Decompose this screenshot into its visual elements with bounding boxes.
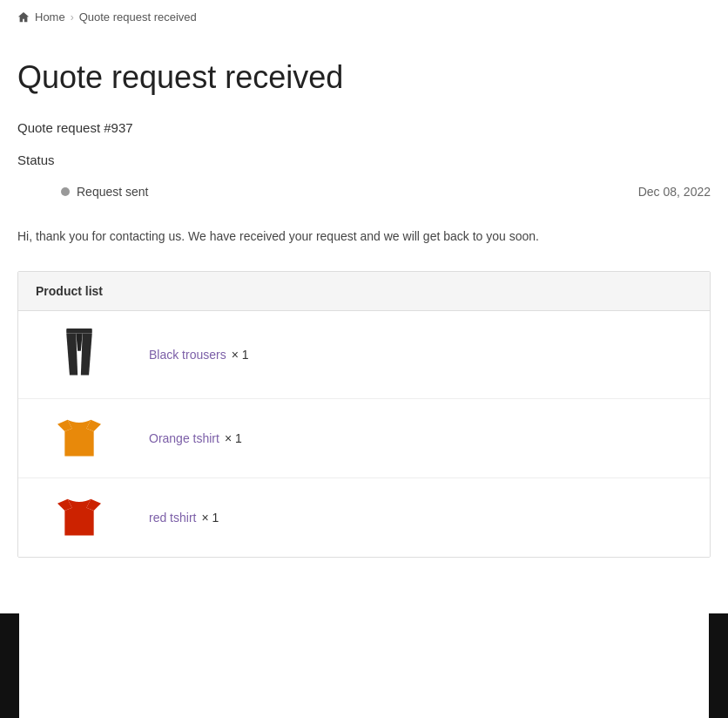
product-info: red tshirt × 1 [149, 511, 219, 525]
breadcrumb: Home › Quote request received [17, 10, 711, 24]
product-info: Black trousers × 1 [149, 348, 249, 362]
breadcrumb-separator: › [71, 11, 74, 24]
list-item: red tshirt × 1 [18, 478, 710, 557]
status-text: Request sent [77, 185, 149, 199]
status-dot [61, 187, 70, 196]
status-row: Request sent Dec 08, 2022 [17, 178, 711, 206]
tshirt-orange-icon [57, 417, 101, 460]
product-info: Orange tshirt × 1 [149, 431, 242, 445]
status-date: Dec 08, 2022 [638, 185, 711, 199]
product-name-black-trousers[interactable]: Black trousers [149, 348, 226, 362]
list-item: Orange tshirt × 1 [18, 399, 710, 478]
product-name-orange-tshirt[interactable]: Orange tshirt [149, 431, 219, 445]
trousers-icon [62, 329, 97, 381]
product-list-header: Product list [18, 272, 710, 311]
product-list-container: Product list [17, 271, 711, 558]
product-list-title: Product list [36, 284, 103, 298]
product-image-red-tshirt [36, 496, 123, 539]
product-name-red-tshirt[interactable]: red tshirt [149, 511, 196, 525]
confirmation-message: Hi, thank you for contacting us. We have… [17, 227, 711, 246]
list-item: Black trousers × 1 [18, 311, 710, 399]
product-qty: × 1 [201, 511, 219, 525]
svg-rect-0 [66, 329, 92, 334]
tshirt-red-icon [57, 496, 101, 539]
breadcrumb-home-link[interactable]: Home [35, 10, 65, 24]
status-section-label: Status [17, 152, 711, 167]
breadcrumb-current: Quote request received [79, 10, 197, 24]
quote-number: Quote request #937 [17, 120, 711, 135]
page-wrapper: Home › Quote request received Quote requ… [0, 0, 728, 593]
status-row-left: Request sent [61, 185, 149, 199]
product-image-orange-tshirt [36, 417, 123, 460]
page-title: Quote request received [17, 58, 711, 96]
product-qty: × 1 [232, 348, 249, 362]
product-image-black-trousers [36, 329, 123, 381]
home-icon [17, 11, 30, 24]
product-qty: × 1 [225, 431, 242, 445]
product-list-body: Black trousers × 1 Ora [18, 311, 710, 557]
